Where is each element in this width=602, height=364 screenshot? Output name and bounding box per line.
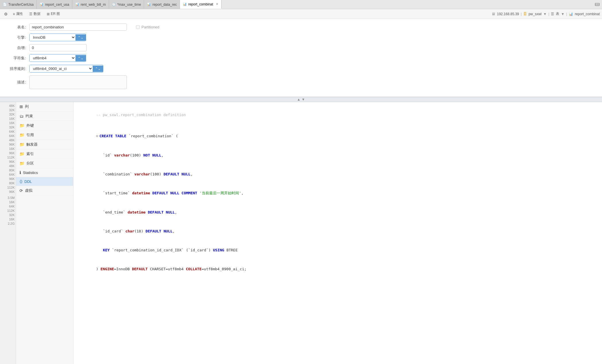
mem-label: 112K	[0, 156, 16, 159]
tab-report-cert-usa[interactable]: 📊 report_cert_usa	[37, 0, 72, 9]
mem-label: 96K	[0, 152, 16, 155]
tab-icon: 📊	[147, 3, 151, 6]
partitioned-wrap: Partitioned	[136, 25, 159, 29]
collation-select-btn[interactable]: ⌃⌄	[93, 66, 103, 72]
breadcrumb-sep3: |	[566, 12, 567, 16]
engine-label: 引擎:	[6, 35, 26, 40]
toolbar: ⚙ ≡ 属性 ☰ 数据 ⊞ ER 图 🖥 192.168.85.39 | 🗄 p…	[0, 9, 602, 19]
collation-select[interactable]: utf8mb4_0900_ai_ci utf8mb4_general_ci	[30, 65, 93, 72]
database-icon: 🗄	[523, 12, 527, 16]
engine-select[interactable]: InnoDB MyISAM	[30, 34, 75, 41]
data-label: 数据	[34, 11, 40, 16]
tab-er[interactable]: ⊞ ER 图	[44, 10, 63, 17]
indexes-icon: 📁	[20, 152, 24, 156]
sidebar-item-foreign-keys[interactable]: 📁 外键	[16, 121, 73, 130]
charset-label: 字符集:	[6, 56, 26, 61]
tab-badge: 93	[595, 3, 600, 6]
charset-select-btn[interactable]: ⌃⌄	[75, 55, 86, 61]
tab-max-use-time[interactable]: 🕐 *max_use_time	[109, 0, 144, 9]
toolbar-left: ⚙ ≡ 属性 ☰ 数据 ⊞ ER 图	[2, 10, 63, 17]
mem-label: 64K	[0, 173, 16, 176]
engine-select-btn[interactable]: ⌃⌄	[75, 34, 86, 41]
tab-report-combinat[interactable]: 📊 report_combinat ✕	[180, 0, 222, 9]
tab-attr[interactable]: ≡ 属性	[10, 10, 26, 17]
tab-icon: 🕐	[112, 3, 116, 6]
description-row: 描述:	[6, 75, 596, 89]
sidebar-item-virtual[interactable]: ⟳ 虚拟	[16, 186, 73, 195]
breadcrumb-sep1: |	[521, 12, 522, 16]
sidebar-item-label: 约束	[26, 113, 33, 119]
partitioned-checkbox[interactable]	[136, 25, 140, 29]
col-starttime-comment-val: '当前最后一周开始时间'	[199, 191, 241, 195]
mem-label: 80K	[0, 182, 16, 185]
mem-label: 16K	[0, 122, 16, 125]
table-dropdown-icon[interactable]: ▼	[561, 12, 564, 16]
collation-row: 排序规则: utf8mb4_0900_ai_ci utf8mb4_general…	[6, 65, 596, 73]
tab-rent-web-bill[interactable]: 📊 rent_web_bill_m	[72, 0, 109, 9]
table-name-row: 表名: Partitioned	[6, 24, 596, 31]
col-endtime-comma: ,	[175, 210, 177, 214]
sidebar-item-references[interactable]: 📁 引用	[16, 130, 73, 140]
sidebar-item-columns[interactable]: ⊞ 列	[16, 102, 73, 111]
sidebar-item-label: 引用	[26, 132, 34, 138]
sidebar-item-label: Statistics	[23, 171, 38, 175]
mem-label: 32K	[0, 126, 16, 129]
paren-open: (	[176, 134, 178, 138]
sidebar-item-partitions[interactable]: 📁 分区	[16, 159, 73, 168]
col-idcard-default: DEFAULT NULL	[145, 229, 172, 233]
code-panel[interactable]: -- pw_sxwl.report_combination definition…	[73, 102, 602, 364]
tab-label: TransferCertUsa	[8, 3, 34, 7]
sidebar-item-constraints[interactable]: 🗂 约束	[16, 111, 73, 121]
ddl-endtime-line: `end_time` datetime DEFAULT NULL,	[85, 203, 597, 222]
tab-bar: 📄 TransferCertUsa 📊 report_cert_usa 📊 re…	[0, 0, 602, 9]
mem-label: 96K	[0, 190, 16, 193]
key-btree: BTREE	[226, 248, 238, 252]
sidebar-item-triggers[interactable]: 📁 触发器	[16, 140, 73, 149]
table-name-input[interactable]	[29, 24, 127, 31]
tab-transfercertusa[interactable]: 📄 TransferCertUsa	[0, 0, 37, 9]
key-col: `id_card`	[188, 248, 208, 252]
foreign-keys-icon: 📁	[20, 123, 24, 128]
mem-label: 48K	[0, 139, 16, 142]
tab-label: report_data_rec	[152, 3, 177, 7]
col-combination-default: DEFAULT NULL	[164, 172, 191, 176]
split-down-arrow[interactable]: ▼	[302, 97, 305, 101]
mem-label: 96K	[0, 160, 16, 163]
mem-label: 16K	[0, 147, 16, 150]
database-dropdown-icon[interactable]: ▼	[543, 12, 547, 16]
ddl-combination-line: `combination` varchar(100) DEFAULT NULL,	[85, 165, 597, 184]
main-container: 表名: Partitioned 引擎: InnoDB MyISAM ⌃⌄ 自增:…	[0, 19, 602, 364]
mem-label: 48K	[0, 165, 16, 168]
tab-data[interactable]: ☰ 数据	[26, 10, 43, 17]
collation-select-wrap: utf8mb4_0900_ai_ci utf8mb4_general_ci ⌃⌄	[29, 65, 103, 73]
auto-increment-input[interactable]	[29, 44, 87, 51]
collation-label: 排序规则:	[6, 66, 26, 71]
sidebar-item-ddl[interactable]: ⟨⟩ DDL	[16, 177, 73, 186]
collapse-icon[interactable]: ⊖	[96, 134, 98, 138]
mem-label: 80K	[0, 169, 16, 172]
tab-close-icon[interactable]: ✕	[216, 2, 218, 6]
description-textarea[interactable]	[29, 75, 127, 89]
tab-label: *max_use_time	[117, 3, 141, 7]
mem-labels: 48K 32K 32K 16K 16K 32K 64K 64K 48K 96K …	[0, 102, 16, 364]
charset-select[interactable]: utf8mb4 utf8 latin1	[30, 54, 75, 62]
split-up-arrow[interactable]: ▲	[297, 97, 300, 101]
tab-report-data-rec[interactable]: 📊 report_data_rec	[144, 0, 180, 9]
mem-label: 16K	[0, 117, 16, 120]
sidebar-item-indexes[interactable]: 📁 索引	[16, 149, 73, 159]
table-label: 表	[556, 11, 559, 16]
virtual-icon: ⟳	[20, 188, 23, 193]
current-table-icon: 📊	[569, 12, 573, 16]
sidebar-item-statistics[interactable]: ℹ Statistics	[16, 168, 73, 177]
engine-select-wrap: InnoDB MyISAM ⌃⌄	[29, 34, 86, 41]
engine-kw: ENGINE	[100, 267, 114, 271]
mem-label: 64K	[0, 134, 16, 138]
mem-label: 96K	[0, 177, 16, 181]
col-starttime-comma: ,	[241, 191, 244, 195]
left-nav: ⊞ 列 🗂 约束 📁 外键 📁 引用 📁 触发器 📁 索引	[16, 102, 73, 364]
mem-label: 64K	[0, 130, 16, 133]
key-keyword: KEY	[103, 248, 110, 252]
split-divider[interactable]: ▲ ▼	[0, 97, 602, 102]
toolbar-settings-btn[interactable]: ⚙	[2, 11, 9, 17]
mem-label: 96K	[0, 143, 16, 146]
